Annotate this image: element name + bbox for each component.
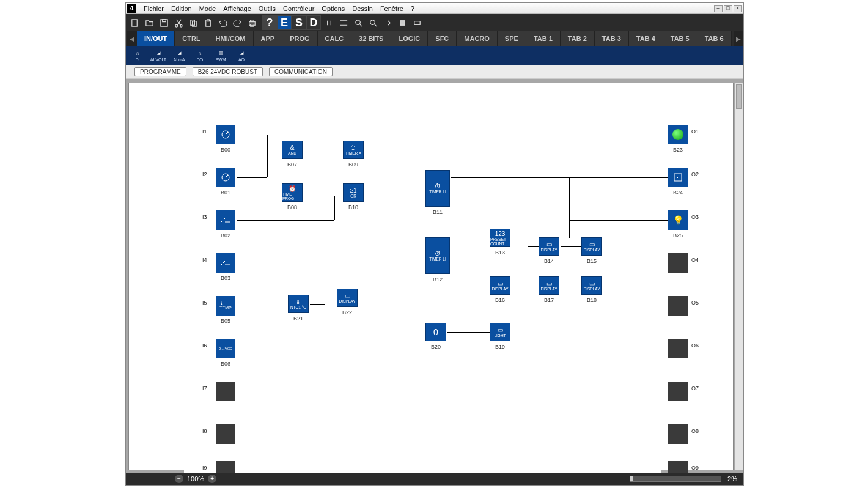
new-file-button[interactable]: [128, 16, 141, 29]
input-slot-i4[interactable]: [216, 253, 235, 273]
block-b22[interactable]: ▭DISPLAY: [337, 289, 358, 307]
output-slot-o4[interactable]: [668, 253, 688, 273]
tool-goto-icon[interactable]: [381, 16, 394, 29]
input-slot-i5[interactable]: 🌡TEMP: [216, 296, 235, 316]
output-slot-o6[interactable]: [668, 339, 688, 358]
simulate-mode-button[interactable]: S: [292, 15, 306, 30]
minimize-button[interactable]: –: [714, 5, 723, 12]
tab-hmicom[interactable]: HMI/COM: [208, 31, 254, 46]
menu-dessin[interactable]: Dessin: [348, 4, 377, 13]
block-b16[interactable]: ▭DISPLAY: [490, 276, 510, 295]
diagram-canvas[interactable]: I1 B00 I2 B01 I3 B02 I4: [184, 93, 661, 473]
tab-logic[interactable]: LOGIC: [391, 31, 428, 46]
zoom-out-button[interactable]: −: [175, 475, 183, 483]
vertical-scrollbar[interactable]: [735, 83, 743, 470]
tag-programme[interactable]: PROGRAMME: [134, 67, 186, 76]
undo-button[interactable]: [216, 16, 229, 29]
paste-button[interactable]: [201, 16, 215, 29]
block-b21[interactable]: 🌡NTC1 °C: [288, 295, 309, 313]
input-slot-i3[interactable]: [216, 210, 235, 230]
tag-communication[interactable]: COMMUNICATION: [269, 67, 333, 76]
tab-macro[interactable]: MACRO: [457, 31, 498, 46]
tool-block-icon[interactable]: [410, 16, 424, 29]
menu-controleur[interactable]: Contrôleur: [279, 4, 318, 13]
tab-3[interactable]: TAB 3: [595, 31, 629, 46]
block-b10[interactable]: ≥1OR: [343, 183, 364, 202]
zoom-in-button[interactable]: +: [208, 475, 216, 483]
tab-32bits[interactable]: 32 BITS: [351, 31, 391, 46]
tab-spe[interactable]: SPE: [498, 31, 526, 46]
tab-5[interactable]: TAB 5: [663, 31, 697, 46]
scroll-thumb[interactable]: [736, 84, 742, 109]
input-slot-i8[interactable]: [216, 424, 235, 444]
tag-device[interactable]: B26 24VDC ROBUST: [193, 67, 263, 76]
menu-fichier[interactable]: Fichier: [140, 4, 167, 13]
block-b11[interactable]: ⏱TIMER LI: [425, 170, 450, 207]
tool-aima[interactable]: ◢AI mA: [170, 47, 188, 64]
tool-align1-icon[interactable]: [322, 16, 336, 29]
input-slot-i6[interactable]: 0....VCC: [216, 339, 235, 358]
tab-ctrl[interactable]: CTRL: [175, 31, 208, 46]
block-b07[interactable]: &AND: [282, 141, 303, 159]
menu-help[interactable]: ?: [407, 4, 418, 13]
input-slot-i1[interactable]: [216, 125, 235, 144]
print-button[interactable]: [245, 16, 259, 29]
block-b17[interactable]: ▭DISPLAY: [539, 276, 559, 295]
tool-find-icon[interactable]: [366, 16, 380, 29]
output-slot-o1[interactable]: [668, 125, 688, 144]
output-slot-o7[interactable]: [668, 382, 688, 401]
output-slot-o5[interactable]: [668, 296, 688, 316]
tab-sfc[interactable]: SFC: [428, 31, 457, 46]
block-b19[interactable]: ▭LIGHT: [490, 323, 510, 341]
block-b14[interactable]: ▭DISPLAY: [539, 237, 559, 256]
copy-button[interactable]: [186, 16, 200, 29]
tool-zoom-icon[interactable]: [351, 16, 365, 29]
tool-align2-icon[interactable]: [337, 16, 350, 29]
tab-1[interactable]: TAB 1: [526, 31, 561, 46]
close-button[interactable]: ×: [734, 5, 742, 12]
block-b09[interactable]: ⏱TIMER A: [343, 141, 364, 159]
output-slot-o9[interactable]: [668, 461, 688, 473]
tool-do[interactable]: ⎍DO: [191, 47, 209, 64]
input-slot-i2[interactable]: [216, 168, 235, 187]
tab-calc[interactable]: CALC: [318, 31, 352, 46]
block-b08[interactable]: ⏰TIME PROG: [282, 183, 303, 202]
tool-di[interactable]: ⎍DI: [128, 47, 147, 64]
output-slot-o3[interactable]: 💡: [668, 210, 688, 230]
menu-edition[interactable]: Edition: [167, 4, 196, 13]
menu-mode[interactable]: Mode: [196, 4, 220, 13]
tool-ao[interactable]: ◢AO: [232, 47, 251, 64]
save-button[interactable]: [157, 16, 171, 29]
menu-options[interactable]: Options: [318, 4, 348, 13]
input-slot-i7[interactable]: [216, 382, 235, 401]
output-slot-o2[interactable]: [668, 168, 688, 187]
block-b18[interactable]: ▭DISPLAY: [581, 276, 602, 295]
output-slot-o8[interactable]: [668, 424, 688, 444]
tab-inout[interactable]: IN/OUT: [137, 31, 175, 46]
tool-stop-icon[interactable]: [395, 16, 409, 29]
tab-scroll-left[interactable]: ◀: [127, 31, 137, 46]
tab-app[interactable]: APP: [254, 31, 283, 46]
block-b13[interactable]: 123PRESET COUNT: [490, 229, 510, 247]
tab-prog[interactable]: PROG: [282, 31, 317, 46]
menu-fenetre[interactable]: Fenêtre: [377, 4, 407, 13]
block-b15[interactable]: ▭DISPLAY: [581, 237, 602, 256]
edit-mode-button[interactable]: E: [277, 15, 292, 30]
tab-6[interactable]: TAB 6: [697, 31, 732, 46]
debug-mode-button[interactable]: D: [306, 15, 321, 30]
menu-affichage[interactable]: Affichage: [219, 4, 255, 13]
input-slot-i9[interactable]: [216, 461, 235, 473]
tab-2[interactable]: TAB 2: [561, 31, 595, 46]
block-b12[interactable]: ⏱TIMER LI: [425, 237, 450, 274]
tab-scroll-right[interactable]: ▶: [734, 31, 743, 46]
restore-button[interactable]: □: [724, 5, 732, 12]
tool-aivolt[interactable]: ◢AI VOLT: [149, 47, 167, 64]
help-mode-button[interactable]: ?: [262, 15, 277, 30]
tab-4[interactable]: TAB 4: [629, 31, 663, 46]
menu-outils[interactable]: Outils: [255, 4, 279, 13]
open-file-button[interactable]: [142, 16, 156, 29]
redo-button[interactable]: [230, 16, 244, 29]
cut-button[interactable]: [172, 16, 185, 29]
block-b20[interactable]: 0: [425, 323, 446, 341]
tool-pwm[interactable]: ▥PWM: [211, 47, 230, 64]
